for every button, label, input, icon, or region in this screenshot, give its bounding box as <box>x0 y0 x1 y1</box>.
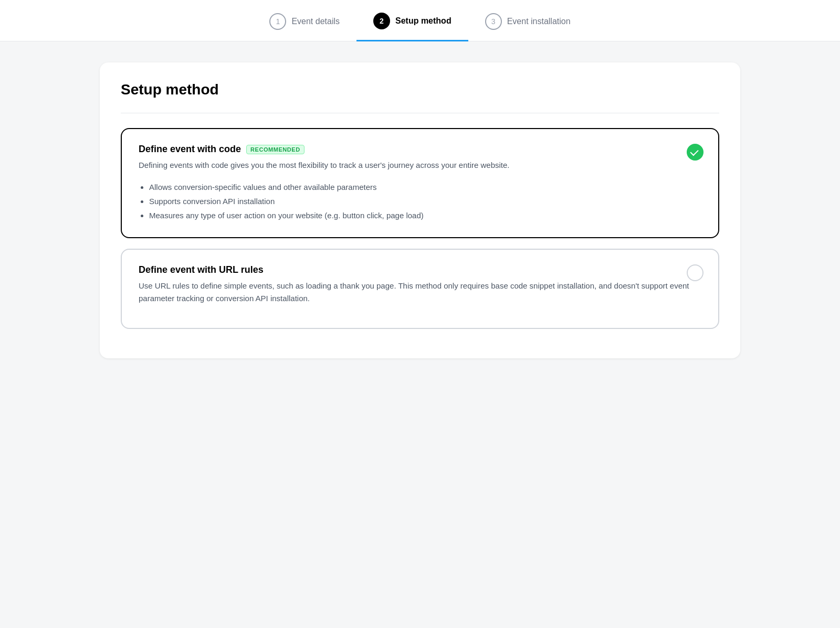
stepper-container: 1 Event details 2 Setup method 3 Event i… <box>0 0 840 41</box>
option-code-title: Define event with code RECOMMENDED <box>139 144 701 155</box>
bullet-3: Measures any type of user action on your… <box>149 208 701 222</box>
page-title: Setup method <box>121 81 719 98</box>
step-setup-method[interactable]: 2 Setup method <box>356 13 468 41</box>
bullet-2: Supports conversion API installation <box>149 194 701 208</box>
bullet-1: Allows conversion-specific values and ot… <box>149 180 701 194</box>
stepper: 1 Event details 2 Setup method 3 Event i… <box>253 13 587 41</box>
step-event-installation[interactable]: 3 Event installation <box>468 13 587 40</box>
option-code-radio[interactable] <box>687 144 704 161</box>
option-url-description: Use URL rules to define simple events, s… <box>139 280 701 305</box>
option-url-card[interactable]: Define event with URL rules Use URL rule… <box>121 249 719 329</box>
option-url-title: Define event with URL rules <box>139 264 701 275</box>
option-url-radio[interactable] <box>687 264 704 281</box>
step-2-label: Setup method <box>395 16 452 26</box>
option-code-description: Defining events with code gives you the … <box>139 159 701 172</box>
step-3-label: Event installation <box>507 17 571 26</box>
step-1-label: Event details <box>291 17 340 26</box>
option-code-card[interactable]: Define event with code RECOMMENDED Defin… <box>121 128 719 238</box>
step-event-details[interactable]: 1 Event details <box>253 13 356 40</box>
recommended-badge: RECOMMENDED <box>246 145 304 154</box>
step-1-circle: 1 <box>269 13 286 30</box>
step-2-circle: 2 <box>373 13 390 29</box>
step-3-circle: 3 <box>485 13 502 30</box>
setup-method-card: Setup method Define event with code RECO… <box>100 62 740 358</box>
main-content: Setup method Define event with code RECO… <box>89 41 751 379</box>
divider <box>121 113 719 113</box>
option-code-bullets: Allows conversion-specific values and ot… <box>139 180 701 222</box>
